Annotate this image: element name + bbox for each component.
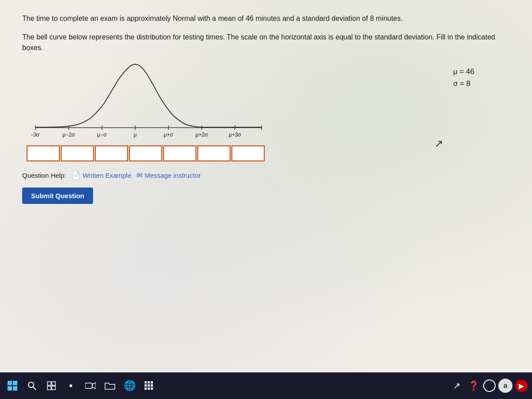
camera-icon[interactable]	[82, 378, 98, 394]
apps-grid-icon[interactable]	[141, 378, 157, 394]
svg-text:μ−2σ: μ−2σ	[63, 132, 75, 138]
svg-rect-36	[151, 387, 153, 390]
svg-rect-33	[151, 384, 153, 387]
taskbar-right: ↗ ❓ a ▶	[450, 379, 528, 393]
windows-start-icon[interactable]	[4, 378, 20, 394]
taskbar: ▪ 🌐 ↗ ❓	[0, 372, 532, 399]
svg-rect-24	[47, 386, 51, 390]
svg-rect-30	[151, 381, 153, 383]
search-taskbar-icon[interactable]	[24, 378, 40, 394]
svg-text:μ+3σ: μ+3σ	[229, 132, 242, 138]
svg-rect-18	[8, 386, 12, 391]
question-help-label: Question Help:	[22, 172, 66, 179]
svg-point-20	[28, 382, 34, 387]
svg-rect-26	[85, 383, 92, 388]
svg-text:μ−3σ: μ−3σ	[31, 132, 40, 138]
sigma-value: σ = 8	[453, 78, 474, 90]
written-example-link[interactable]: 📄 Written Example	[71, 171, 131, 180]
question-help: Question Help: 📄 Written Example ✉ Messa…	[22, 171, 201, 180]
svg-rect-23	[52, 382, 55, 385]
written-example-text: Written Example	[82, 172, 131, 179]
bell-curve-section: μ = 46 σ = 8 μ−3σ μ−2σ	[22, 61, 510, 204]
bell-curve-chart: μ−3σ μ−2σ μ−σ μ μ+σ μ+2σ μ+3σ	[31, 61, 288, 150]
cursor-arrow: ↖	[434, 137, 443, 150]
svg-line-21	[33, 387, 36, 390]
circle-taskbar-icon[interactable]	[483, 379, 496, 392]
svg-rect-32	[148, 384, 150, 387]
arrow-taskbar-icon[interactable]: ↗	[450, 379, 464, 393]
svg-rect-34	[145, 387, 147, 390]
svg-rect-29	[148, 381, 150, 383]
svg-rect-35	[148, 387, 150, 390]
main-content: The time to complete an exam is approxim…	[0, 0, 532, 372]
paragraph1: The time to complete an exam is approxim…	[22, 13, 510, 24]
svg-rect-17	[13, 381, 17, 385]
svg-rect-16	[8, 381, 12, 385]
folder-icon[interactable]	[102, 378, 118, 394]
mu-sigma-label: μ = 46 σ = 8	[453, 66, 474, 90]
svg-marker-27	[92, 383, 96, 389]
message-instructor-link[interactable]: ✉ Message instructor	[137, 171, 201, 180]
envelope-icon: ✉	[137, 171, 142, 180]
edge-browser-icon[interactable]: 🌐	[121, 378, 137, 394]
svg-rect-22	[47, 382, 51, 385]
svg-text:μ+2σ: μ+2σ	[196, 132, 208, 138]
help-taskbar-icon[interactable]: ❓	[466, 379, 481, 393]
message-instructor-text: Message instructor	[145, 172, 201, 179]
play-taskbar-icon[interactable]: ▶	[515, 379, 528, 392]
svg-text:μ−σ: μ−σ	[97, 132, 107, 138]
a-taskbar-icon[interactable]: a	[498, 379, 512, 393]
svg-rect-25	[52, 386, 55, 390]
svg-text:μ+σ: μ+σ	[164, 132, 173, 138]
file-manager-icon[interactable]: ▪	[63, 378, 79, 394]
svg-text:μ: μ	[134, 132, 137, 138]
svg-rect-19	[13, 386, 17, 391]
mu-value: μ = 46	[453, 66, 474, 78]
submit-button[interactable]: Submit Question	[22, 188, 93, 204]
bell-curve-svg: μ−3σ μ−2σ μ−σ μ μ+σ μ+2σ μ+3σ	[31, 61, 266, 145]
document-icon: 📄	[71, 171, 80, 180]
svg-rect-28	[145, 381, 147, 383]
svg-rect-31	[145, 384, 147, 387]
paragraph2: The bell curve below represents the dist…	[22, 32, 510, 53]
task-view-icon[interactable]	[43, 378, 59, 394]
